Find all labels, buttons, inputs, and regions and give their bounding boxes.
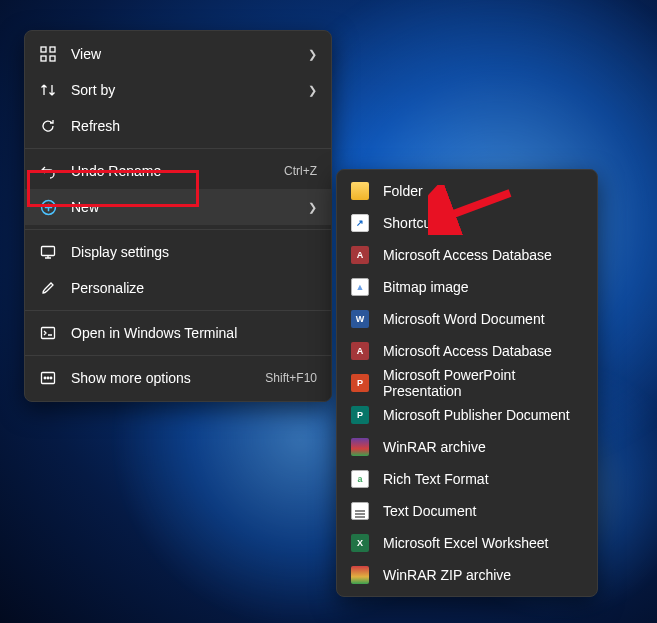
menu-label: Show more options: [71, 370, 255, 386]
chevron-right-icon: ❯: [303, 84, 317, 97]
new-submenu: Folder ↗ Shortcut A Microsoft Access Dat…: [336, 169, 598, 597]
menu-label: New: [71, 199, 297, 215]
chevron-right-icon: ❯: [303, 201, 317, 214]
submenu-label: Microsoft Access Database: [383, 343, 583, 359]
submenu-item-excel[interactable]: X Microsoft Excel Worksheet: [337, 527, 597, 559]
submenu-label: Microsoft Excel Worksheet: [383, 535, 583, 551]
rtf-icon: a: [351, 470, 369, 488]
undo-icon: [39, 162, 57, 180]
menu-label: Open in Windows Terminal: [71, 325, 317, 341]
menu-label: Display settings: [71, 244, 317, 260]
shortcut-icon: ↗: [351, 214, 369, 232]
menu-label: Personalize: [71, 280, 317, 296]
submenu-label: Shortcut: [383, 215, 583, 231]
more-icon: [39, 369, 57, 387]
svg-rect-0: [41, 47, 46, 52]
powerpoint-icon: P: [351, 374, 369, 392]
submenu-label: Microsoft Access Database: [383, 247, 583, 263]
display-icon: [39, 243, 57, 261]
submenu-label: WinRAR ZIP archive: [383, 567, 583, 583]
menu-item-view[interactable]: View ❯: [25, 36, 331, 72]
separator: [25, 355, 331, 356]
separator: [25, 310, 331, 311]
text-icon: [351, 502, 369, 520]
submenu-label: Rich Text Format: [383, 471, 583, 487]
menu-item-open-terminal[interactable]: Open in Windows Terminal: [25, 315, 331, 351]
sort-icon: [39, 81, 57, 99]
access-icon: A: [351, 246, 369, 264]
submenu-item-rar[interactable]: WinRAR archive: [337, 431, 597, 463]
desktop-context-menu: View ❯ Sort by ❯ Refresh Undo Rename Ctr…: [24, 30, 332, 402]
excel-icon: X: [351, 534, 369, 552]
terminal-icon: [39, 324, 57, 342]
menu-label: View: [71, 46, 297, 62]
new-icon: [39, 198, 57, 216]
submenu-item-powerpoint[interactable]: P Microsoft PowerPoint Presentation: [337, 367, 597, 399]
menu-item-new[interactable]: New ❯: [25, 189, 331, 225]
svg-rect-2: [41, 56, 46, 61]
folder-icon: [351, 182, 369, 200]
menu-label: Undo Rename: [71, 163, 274, 179]
separator: [25, 148, 331, 149]
menu-label: Sort by: [71, 82, 297, 98]
access-icon: A: [351, 342, 369, 360]
separator: [25, 229, 331, 230]
submenu-label: Bitmap image: [383, 279, 583, 295]
submenu-item-rtf[interactable]: a Rich Text Format: [337, 463, 597, 495]
submenu-item-folder[interactable]: Folder: [337, 175, 597, 207]
svg-rect-5: [42, 247, 55, 256]
submenu-item-access[interactable]: A Microsoft Access Database: [337, 239, 597, 271]
svg-point-10: [50, 377, 52, 379]
svg-rect-3: [50, 56, 55, 61]
svg-rect-1: [50, 47, 55, 52]
submenu-label: Microsoft PowerPoint Presentation: [383, 367, 583, 399]
svg-rect-6: [42, 328, 55, 339]
submenu-item-bitmap[interactable]: ▲ Bitmap image: [337, 271, 597, 303]
svg-point-8: [44, 377, 46, 379]
menu-item-show-more[interactable]: Show more options Shift+F10: [25, 360, 331, 396]
refresh-icon: [39, 117, 57, 135]
menu-label: Refresh: [71, 118, 317, 134]
submenu-label: Microsoft Word Document: [383, 311, 583, 327]
personalize-icon: [39, 279, 57, 297]
submenu-item-text[interactable]: Text Document: [337, 495, 597, 527]
menu-item-undo-rename[interactable]: Undo Rename Ctrl+Z: [25, 153, 331, 189]
menu-item-display-settings[interactable]: Display settings: [25, 234, 331, 270]
menu-item-sort-by[interactable]: Sort by ❯: [25, 72, 331, 108]
svg-point-9: [47, 377, 49, 379]
keyboard-shortcut: Shift+F10: [265, 371, 317, 385]
submenu-item-access2[interactable]: A Microsoft Access Database: [337, 335, 597, 367]
submenu-item-publisher[interactable]: P Microsoft Publisher Document: [337, 399, 597, 431]
winrar-zip-icon: [351, 566, 369, 584]
submenu-item-zip[interactable]: WinRAR ZIP archive: [337, 559, 597, 591]
view-icon: [39, 45, 57, 63]
word-icon: W: [351, 310, 369, 328]
publisher-icon: P: [351, 406, 369, 424]
submenu-label: Folder: [383, 183, 583, 199]
submenu-item-word[interactable]: W Microsoft Word Document: [337, 303, 597, 335]
winrar-icon: [351, 438, 369, 456]
submenu-item-shortcut[interactable]: ↗ Shortcut: [337, 207, 597, 239]
keyboard-shortcut: Ctrl+Z: [284, 164, 317, 178]
submenu-label: Microsoft Publisher Document: [383, 407, 583, 423]
submenu-label: WinRAR archive: [383, 439, 583, 455]
menu-item-personalize[interactable]: Personalize: [25, 270, 331, 306]
submenu-label: Text Document: [383, 503, 583, 519]
menu-item-refresh[interactable]: Refresh: [25, 108, 331, 144]
bitmap-icon: ▲: [351, 278, 369, 296]
chevron-right-icon: ❯: [303, 48, 317, 61]
